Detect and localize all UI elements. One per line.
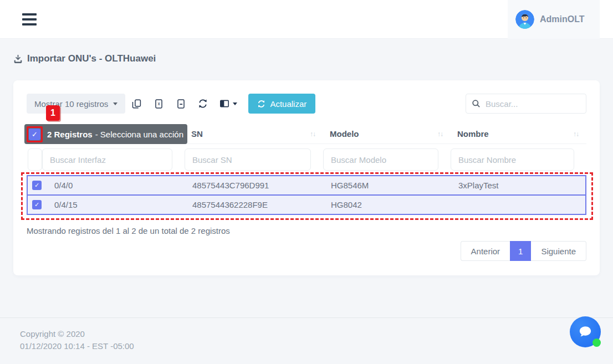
- pagination-previous-button[interactable]: Anterior: [461, 241, 510, 261]
- chevron-down-icon: [113, 102, 118, 105]
- table-toolbar: Mostrar 10 registros x: [27, 94, 586, 114]
- search-icon: [472, 99, 481, 108]
- online-status-dot: [592, 339, 601, 347]
- copy-icon[interactable]: [125, 94, 147, 114]
- page-title: Importar ONU's - OLTHuawei: [27, 53, 156, 64]
- row-checkbox[interactable]: ✓: [32, 181, 42, 190]
- import-download-icon: [13, 54, 23, 64]
- global-search-input[interactable]: [486, 99, 580, 109]
- column-header-nombre[interactable]: Nombre ↑↓: [451, 129, 586, 139]
- footer-copyright: Copyright © 2020: [20, 328, 613, 340]
- filter-modelo-input[interactable]: [323, 148, 438, 171]
- user-menu[interactable]: AdminOLT: [508, 0, 600, 39]
- column-header-label: SN: [191, 129, 203, 139]
- cell-sn: 48575443C796D991: [186, 181, 324, 190]
- pagination-next-button[interactable]: Siguiente: [531, 241, 586, 261]
- table-header-row: SN ↑↓ Modelo ↑↓ Nombre ↑↓ ✓ 2 Registros …: [27, 124, 586, 144]
- onu-table: SN ↑↓ Modelo ↑↓ Nombre ↑↓ ✓ 2 Registros …: [27, 124, 586, 215]
- sort-icon[interactable]: ↑↓: [437, 130, 443, 138]
- table-filter-row: [27, 148, 586, 171]
- import-onus-card: Mostrar 10 registros x: [13, 80, 600, 275]
- user-name: AdminOLT: [540, 14, 585, 24]
- table-row[interactable]: ✓ 0/4/15 4857544362228F9E HG8042: [27, 194, 586, 215]
- column-header-modelo[interactable]: Modelo ↑↓: [323, 129, 451, 139]
- cell-interfaz: 0/4/0: [43, 181, 186, 190]
- filter-sn-input[interactable]: [185, 148, 311, 171]
- table-body: ✓ 0/4/0 48575443C796D991 HG8546M 3xPlayT…: [27, 175, 586, 215]
- refresh-icon: [257, 100, 265, 108]
- chevron-down-icon: [233, 102, 237, 105]
- sort-icon[interactable]: ↑↓: [310, 130, 315, 138]
- column-header-label: Modelo: [330, 129, 359, 139]
- avatar: [515, 10, 534, 29]
- footer-datetime: 01/12/2020 10:14 - EST -05:00: [20, 340, 613, 352]
- filter-nombre-input[interactable]: [451, 148, 574, 171]
- pagination-page-1-button[interactable]: 1: [510, 241, 531, 261]
- select-action-label: - Selecciona una acción: [95, 130, 183, 139]
- actualizar-button[interactable]: Actualizar: [248, 94, 315, 114]
- table-row[interactable]: ✓ 0/4/0 48575443C796D991 HG8546M 3xPlayT…: [27, 175, 586, 196]
- column-header-label: Nombre: [457, 129, 489, 139]
- sort-icon[interactable]: ↑↓: [573, 130, 579, 138]
- cell-modelo: HG8042: [324, 200, 452, 209]
- cell-sn: 4857544362228F9E: [186, 200, 324, 209]
- annotation-red-outline: ✓: [27, 126, 43, 142]
- cell-modelo: HG8546M: [324, 181, 452, 190]
- chat-widget-button[interactable]: [570, 316, 601, 347]
- excel-export-icon[interactable]: x: [147, 94, 170, 114]
- top-bar: AdminOLT: [0, 0, 613, 39]
- refresh-icon[interactable]: [192, 94, 214, 114]
- show-entries-dropdown[interactable]: Mostrar 10 registros: [27, 94, 125, 114]
- column-header-sn[interactable]: SN ↑↓: [185, 129, 323, 139]
- selected-count-label: 2 Registros: [47, 130, 93, 139]
- bulk-action-dropdown[interactable]: ✓ 2 Registros - Selecciona una acción: [24, 124, 187, 144]
- filter-interfaz-input[interactable]: [42, 148, 172, 171]
- annotation-step-badge: 1: [46, 105, 60, 121]
- toolbar-left-group: Mostrar 10 registros x: [27, 94, 315, 114]
- page-title-row: Importar ONU's - OLTHuawei: [13, 53, 156, 64]
- select-all-checkbox[interactable]: ✓: [29, 129, 40, 140]
- column-visibility-icon[interactable]: [214, 94, 243, 114]
- file-export-icon[interactable]: [170, 94, 192, 114]
- svg-text:x: x: [157, 101, 160, 106]
- show-entries-label: Mostrar 10 registros: [34, 99, 108, 109]
- row-checkbox[interactable]: ✓: [32, 200, 42, 209]
- pagination: Anterior 1 Siguiente: [461, 241, 586, 261]
- cell-nombre: 3xPlayTest: [452, 181, 588, 190]
- global-search-box: [466, 94, 586, 114]
- checkbox-column-filter: [28, 148, 42, 171]
- actualizar-label: Actualizar: [270, 99, 306, 109]
- table-summary: Mostrando registros del 1 al 2 de un tot…: [27, 226, 586, 235]
- footer: Copyright © 2020 01/12/2020 10:14 - EST …: [0, 317, 613, 352]
- chevron-down-icon: [188, 133, 193, 136]
- chat-bubble-icon: [577, 324, 594, 340]
- sidebar-toggle-hamburger-icon[interactable]: [22, 13, 38, 25]
- cell-interfaz: 0/4/15: [43, 200, 186, 209]
